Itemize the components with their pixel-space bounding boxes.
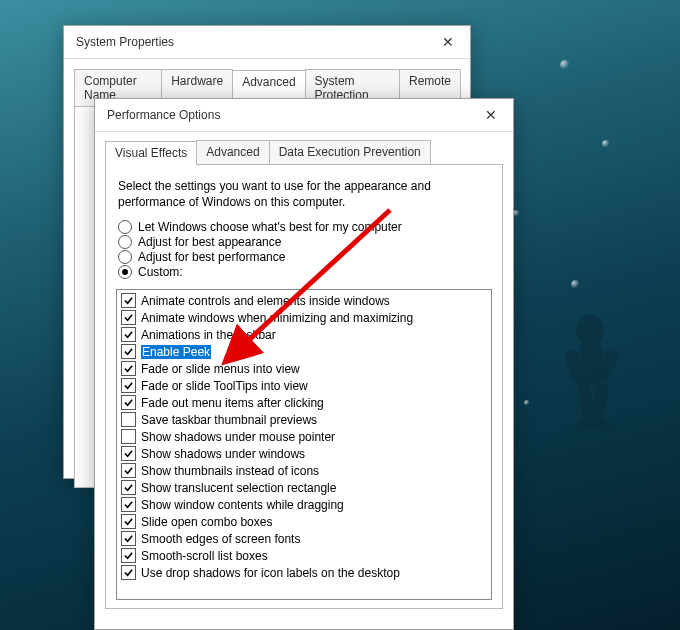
checkbox-icon (121, 497, 136, 512)
checkbox-icon (121, 514, 136, 529)
checkbox-label: Animate controls and elements inside win… (141, 294, 390, 308)
checkbox-label: Smooth-scroll list boxes (141, 549, 268, 563)
appearance-mode-radios: Let Windows choose what's best for my co… (118, 220, 492, 279)
checkbox-label: Fade out menu items after clicking (141, 396, 324, 410)
checkbox-icon (121, 531, 136, 546)
check-use-drop-shadows-for-icon-labels-on-the-desktop[interactable]: Use drop shadows for icon labels on the … (121, 564, 487, 581)
radio-adjust-for-best-appearance[interactable]: Adjust for best appearance (118, 235, 492, 249)
tab-advanced[interactable]: Advanced (196, 140, 269, 164)
radio-label: Adjust for best performance (138, 250, 285, 264)
tab-data-execution-prevention[interactable]: Data Execution Prevention (269, 140, 431, 164)
checkbox-label: Show shadows under mouse pointer (141, 430, 335, 444)
visual-effects-checklist[interactable]: Animate controls and elements inside win… (116, 289, 492, 600)
wallpaper-diver (550, 300, 640, 440)
checkbox-icon (121, 378, 136, 393)
window-title: System Properties (72, 35, 434, 49)
checkbox-icon (121, 480, 136, 495)
checkbox-label: Use drop shadows for icon labels on the … (141, 566, 400, 580)
check-save-taskbar-thumbnail-previews[interactable]: Save taskbar thumbnail previews (121, 411, 487, 428)
check-animate-controls-and-elements-inside-windows[interactable]: Animate controls and elements inside win… (121, 292, 487, 309)
checkbox-icon (121, 310, 136, 325)
close-icon[interactable]: ✕ (477, 104, 505, 126)
radio-icon (118, 235, 132, 249)
check-fade-or-slide-menus-into-view[interactable]: Fade or slide menus into view (121, 360, 487, 377)
checkbox-icon (121, 548, 136, 563)
radio-custom[interactable]: Custom: (118, 265, 492, 279)
visual-effects-panel: Select the settings you want to use for … (105, 165, 503, 609)
checkbox-label: Fade or slide menus into view (141, 362, 300, 376)
checkbox-label: Smooth edges of screen fonts (141, 532, 300, 546)
radio-label: Custom: (138, 265, 183, 279)
checkbox-icon (121, 361, 136, 376)
checkbox-label: Slide open combo boxes (141, 515, 272, 529)
radio-let-windows-choose-what-s-best-for-my-computer[interactable]: Let Windows choose what's best for my co… (118, 220, 492, 234)
checkbox-label: Show shadows under windows (141, 447, 305, 461)
titlebar[interactable]: System Properties ✕ (64, 26, 470, 59)
radio-label: Adjust for best appearance (138, 235, 281, 249)
check-animate-windows-when-minimizing-and-maximizing[interactable]: Animate windows when minimizing and maxi… (121, 309, 487, 326)
performance-options-window: Performance Options ✕ Visual EffectsAdva… (94, 98, 514, 630)
checkbox-icon (121, 293, 136, 308)
check-show-thumbnails-instead-of-icons[interactable]: Show thumbnails instead of icons (121, 462, 487, 479)
check-enable-peek[interactable]: Enable Peek (121, 343, 487, 360)
checkbox-label: Animations in the taskbar (141, 328, 276, 342)
radio-icon (118, 250, 132, 264)
window-title: Performance Options (103, 108, 477, 122)
radio-label: Let Windows choose what's best for my co… (138, 220, 402, 234)
check-smooth-edges-of-screen-fonts[interactable]: Smooth edges of screen fonts (121, 530, 487, 547)
check-animations-in-the-taskbar[interactable]: Animations in the taskbar (121, 326, 487, 343)
checkbox-label: Fade or slide ToolTips into view (141, 379, 308, 393)
checkbox-icon (121, 429, 136, 444)
titlebar[interactable]: Performance Options ✕ (95, 99, 513, 132)
check-show-shadows-under-mouse-pointer[interactable]: Show shadows under mouse pointer (121, 428, 487, 445)
check-fade-or-slide-tooltips-into-view[interactable]: Fade or slide ToolTips into view (121, 377, 487, 394)
description-text: Select the settings you want to use for … (118, 179, 468, 210)
check-show-shadows-under-windows[interactable]: Show shadows under windows (121, 445, 487, 462)
checkbox-label: Enable Peek (141, 345, 211, 359)
check-show-window-contents-while-dragging[interactable]: Show window contents while dragging (121, 496, 487, 513)
checkbox-label: Show thumbnails instead of icons (141, 464, 319, 478)
checkbox-icon (121, 565, 136, 580)
checkbox-label: Animate windows when minimizing and maxi… (141, 311, 413, 325)
close-icon[interactable]: ✕ (434, 31, 462, 53)
check-fade-out-menu-items-after-clicking[interactable]: Fade out menu items after clicking (121, 394, 487, 411)
checkbox-icon (121, 344, 136, 359)
check-smooth-scroll-list-boxes[interactable]: Smooth-scroll list boxes (121, 547, 487, 564)
check-slide-open-combo-boxes[interactable]: Slide open combo boxes (121, 513, 487, 530)
svg-rect-5 (591, 381, 610, 422)
perfopt-tabs: Visual EffectsAdvancedData Execution Pre… (105, 140, 503, 165)
checkbox-label: Show window contents while dragging (141, 498, 344, 512)
checkbox-icon (121, 412, 136, 427)
checkbox-icon (121, 463, 136, 478)
checkbox-icon (121, 395, 136, 410)
checkbox-label: Save taskbar thumbnail previews (141, 413, 317, 427)
checkbox-label: Show translucent selection rectangle (141, 481, 336, 495)
checkbox-icon (121, 446, 136, 461)
checkbox-icon (121, 327, 136, 342)
tab-visual-effects[interactable]: Visual Effects (105, 141, 197, 165)
check-show-translucent-selection-rectangle[interactable]: Show translucent selection rectangle (121, 479, 487, 496)
radio-adjust-for-best-performance[interactable]: Adjust for best performance (118, 250, 492, 264)
radio-icon (118, 220, 132, 234)
radio-icon (118, 265, 132, 279)
